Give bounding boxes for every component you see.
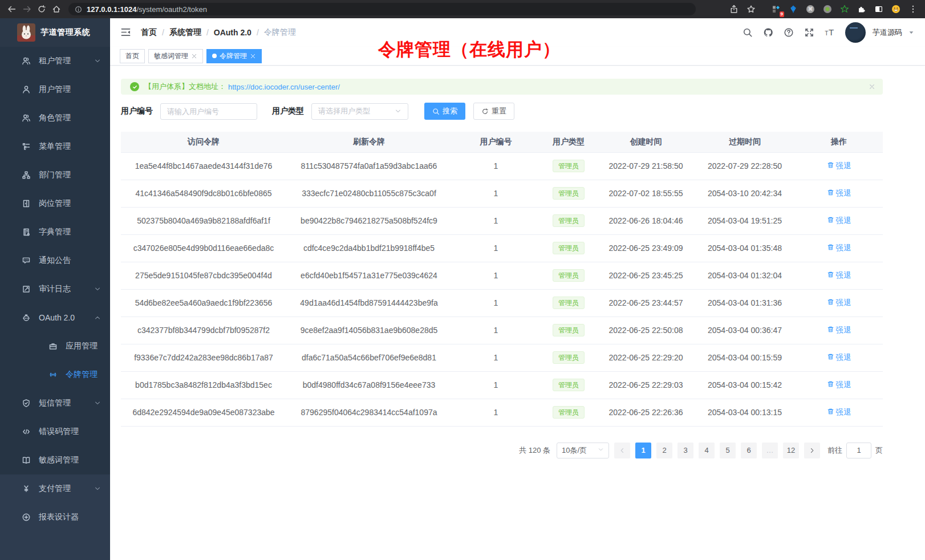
sidebar-item-oauth2-client[interactable]: 应用管理: [0, 332, 110, 360]
force-logout-button[interactable]: 强退: [827, 407, 851, 417]
sidebar-item-post[interactable]: 岗位管理: [0, 189, 110, 218]
sidebar-item-dict[interactable]: 字典管理: [0, 218, 110, 246]
sidebar-item-sensitive-word[interactable]: 敏感词管理: [0, 446, 110, 474]
chevron-down-icon: [94, 58, 101, 64]
header-actions: TT 芋道源码: [743, 22, 915, 43]
breadcrumb-item[interactable]: 系统管理: [169, 27, 201, 38]
home-icon[interactable]: [49, 2, 64, 17]
user-name[interactable]: 芋道源码: [873, 27, 902, 38]
star-extension-icon[interactable]: [837, 2, 852, 17]
sidebar-item-role[interactable]: 角色管理: [0, 104, 110, 132]
tab-首页[interactable]: 首页: [120, 49, 145, 63]
font-size-icon[interactable]: TT: [825, 27, 835, 38]
user-id-input[interactable]: [160, 103, 257, 120]
menu-dots-icon[interactable]: [906, 2, 920, 17]
command-extension-icon[interactable]: ⌘: [803, 2, 818, 17]
help-icon[interactable]: [784, 27, 794, 38]
user-type-badge: 管理员: [553, 379, 585, 391]
prev-page-button[interactable]: [614, 443, 630, 458]
force-logout-button[interactable]: 强退: [827, 161, 851, 171]
sidebar-item-error-code[interactable]: 错误码管理: [0, 417, 110, 446]
breadcrumb-item[interactable]: OAuth 2.0: [214, 28, 251, 37]
site-info-icon[interactable]: [74, 5, 82, 13]
github-icon[interactable]: [763, 27, 773, 38]
page-button-1[interactable]: 1: [635, 443, 651, 458]
sidebar-item-oauth2[interactable]: OAuth 2.0: [0, 303, 110, 332]
force-logout-button[interactable]: 强退: [827, 380, 851, 390]
sidebar-item-audit-log[interactable]: 审计日志: [0, 275, 110, 303]
app-icon: [48, 342, 58, 351]
tab-敏感词管理[interactable]: 敏感词管理: [148, 49, 203, 63]
sms-icon: [22, 399, 31, 408]
bookmark-star-icon[interactable]: [744, 2, 758, 17]
reload-icon[interactable]: [34, 2, 49, 17]
page-size-select[interactable]: 10条/页: [557, 443, 609, 458]
force-logout-button[interactable]: 强退: [827, 216, 851, 226]
force-logout-button[interactable]: 强退: [827, 325, 851, 335]
goto-page-input[interactable]: [846, 443, 871, 458]
force-logout-button[interactable]: 强退: [827, 270, 851, 281]
table-header-row: 访问令牌刷新令牌用户编号用户类型创建时间过期时间操作: [121, 132, 883, 152]
puzzle-extensions-icon[interactable]: [854, 2, 869, 17]
sidebar-item-user[interactable]: 用户管理: [0, 75, 110, 104]
column-header: 用户编号: [452, 132, 540, 152]
page-button-4[interactable]: 4: [699, 443, 715, 458]
page-size-value: 10条/页: [562, 445, 587, 456]
action-cell: 强退: [795, 207, 883, 234]
sidebar-item-menu[interactable]: 菜单管理: [0, 132, 110, 161]
share-icon[interactable]: [727, 2, 741, 17]
sidebar-item-pay[interactable]: 支付管理: [0, 474, 110, 503]
reset-button[interactable]: 重置: [473, 103, 514, 120]
alert-close-icon[interactable]: [869, 83, 875, 90]
record-extension-icon[interactable]: [820, 2, 835, 17]
page-button-3[interactable]: 3: [677, 443, 693, 458]
sidebar-item-oauth2-token[interactable]: 令牌管理: [0, 360, 110, 389]
chevron-down-icon: [94, 400, 101, 407]
search-icon[interactable]: [743, 27, 753, 38]
back-icon[interactable]: [5, 2, 19, 17]
force-logout-button[interactable]: 强退: [827, 298, 851, 308]
next-page-button[interactable]: [804, 443, 820, 458]
sidebar-item-dept[interactable]: 部门管理: [0, 161, 110, 189]
gem-extension-icon[interactable]: [786, 2, 801, 17]
force-logout-button[interactable]: 强退: [827, 352, 851, 363]
address-bar[interactable]: 127.0.0.1:1024/system/oauth2/token: [68, 3, 696, 15]
page-button-12[interactable]: 12: [783, 443, 799, 458]
page-button-2[interactable]: 2: [656, 443, 672, 458]
forward-icon[interactable]: [19, 2, 34, 17]
doc-link[interactable]: https://doc.iocoder.cn/user-center/: [228, 83, 340, 91]
tab-close-icon: [250, 53, 256, 59]
post-icon: [22, 199, 31, 208]
sidebar-item-sms[interactable]: 短信管理: [0, 389, 110, 417]
force-logout-button[interactable]: 强退: [827, 188, 851, 198]
table-row: 41c41346a548490f9dc8b01c6bfe0865333ecfc7…: [121, 180, 883, 207]
sensitive-icon: [22, 456, 31, 465]
page-button-6[interactable]: 6: [741, 443, 757, 458]
force-logout-button[interactable]: 强退: [827, 243, 851, 253]
user-id-cell: 1: [452, 399, 540, 426]
sidebar-item-label: 支付管理: [39, 484, 71, 494]
user-type-select[interactable]: 请选择用户类型: [311, 103, 408, 120]
sidebar-item-label: 通知公告: [39, 255, 71, 266]
caret-down-icon[interactable]: [908, 29, 915, 36]
sidebar-item-label: 短信管理: [39, 398, 71, 408]
alert-text: 【用户体系】文档地址：: [144, 82, 226, 92]
page-button-5[interactable]: 5: [720, 443, 736, 458]
sidebar: 芋道管理系统 租户管理用户管理角色管理菜单管理部门管理岗位管理字典管理通知公告审…: [0, 18, 110, 560]
side-panel-icon[interactable]: [871, 2, 886, 17]
app-logo-row[interactable]: 芋道管理系统: [0, 18, 110, 47]
user-type-badge: 管理员: [553, 214, 585, 227]
sidebar-item-notice[interactable]: 通知公告: [0, 246, 110, 275]
search-button[interactable]: 搜索: [424, 103, 465, 120]
trash-icon: [827, 298, 834, 307]
fullscreen-icon[interactable]: [804, 27, 814, 38]
collapse-sidebar-icon[interactable]: [120, 27, 132, 38]
access-token-cell: 502375b8040a469a9b82188afdf6af1f: [121, 207, 286, 234]
sidebar-item-report[interactable]: 报表设计器: [0, 503, 110, 531]
sidebar-item-tenant[interactable]: 租户管理: [0, 47, 110, 75]
extension-grid-icon[interactable]: 9: [769, 2, 784, 17]
breadcrumb-item[interactable]: 首页: [141, 27, 157, 38]
profile-emoji-icon[interactable]: [889, 2, 903, 17]
avatar[interactable]: [845, 22, 866, 43]
tab-令牌管理[interactable]: 令牌管理: [206, 49, 262, 63]
